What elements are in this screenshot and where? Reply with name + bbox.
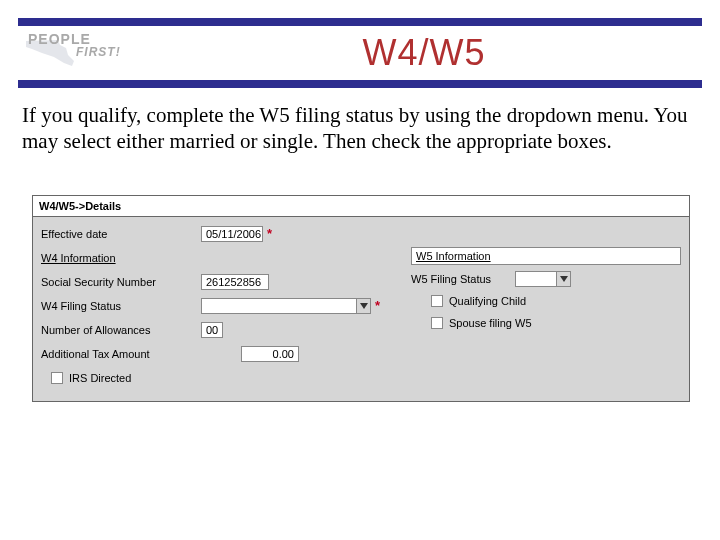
header: PEOPLE FIRST! W4/W5 (0, 26, 720, 80)
divider-top (18, 18, 702, 26)
w5-column: W5 Information W5 Filing Status Qualifyi… (411, 223, 681, 391)
people-first-logo: PEOPLE FIRST! (18, 33, 128, 73)
qualifying-child-checkbox[interactable] (431, 295, 443, 307)
effective-date-field[interactable]: 05/11/2006 (201, 226, 263, 242)
chevron-down-icon[interactable] (356, 299, 370, 313)
ssn-field[interactable]: 261252856 (201, 274, 269, 290)
spouse-filing-w5-checkbox[interactable] (431, 317, 443, 329)
irs-directed-checkbox[interactable] (51, 372, 63, 384)
w4-filing-status-value (202, 299, 356, 313)
allowances-label: Number of Allowances (41, 324, 201, 336)
qualifying-child-label: Qualifying Child (449, 295, 526, 307)
w5-filing-status-value (516, 272, 556, 286)
divider-bottom (18, 80, 702, 88)
w5-filing-status-dropdown[interactable] (515, 271, 571, 287)
w4-filing-status-label: W4 Filing Status (41, 300, 201, 312)
w5-information-heading: W5 Information (411, 247, 681, 265)
w4-information-heading: W4 Information (41, 252, 201, 264)
logo-text-bottom: FIRST! (76, 45, 121, 59)
w4-column: Effective date 05/11/2006 * W4 Informati… (41, 223, 401, 391)
instruction-text: If you qualify, complete the W5 filing s… (0, 88, 720, 155)
w4w5-details-panel: W4/W5->Details Effective date 05/11/2006… (32, 195, 690, 402)
chevron-down-icon[interactable] (556, 272, 570, 286)
allowances-field[interactable]: 00 (201, 322, 223, 338)
ssn-label: Social Security Number (41, 276, 201, 288)
spouse-filing-w5-label: Spouse filing W5 (449, 317, 532, 329)
irs-directed-label: IRS Directed (69, 372, 131, 384)
additional-tax-label: Additional Tax Amount (41, 348, 201, 360)
required-asterisk: * (267, 226, 272, 241)
w5-filing-status-label: W5 Filing Status (411, 273, 515, 285)
required-asterisk: * (375, 298, 380, 313)
additional-tax-field[interactable]: 0.00 (241, 346, 299, 362)
breadcrumb: W4/W5->Details (33, 196, 689, 217)
effective-date-label: Effective date (41, 228, 201, 240)
page-title: W4/W5 (146, 32, 702, 74)
w4-filing-status-dropdown[interactable] (201, 298, 371, 314)
